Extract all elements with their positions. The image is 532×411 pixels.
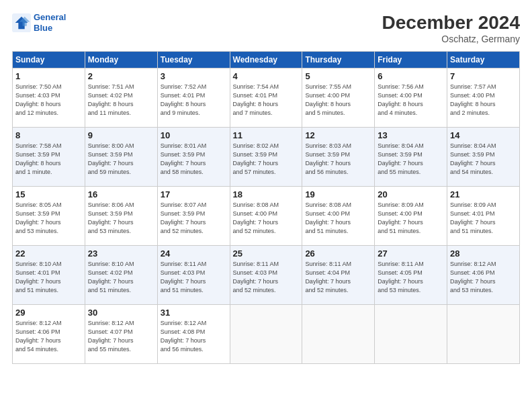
weekday-header-row: SundayMondayTuesdayWednesdayThursdayFrid… bbox=[13, 52, 520, 68]
day-number: 7 bbox=[450, 71, 517, 81]
day-cell bbox=[230, 305, 302, 364]
day-info: Sunrise: 8:11 AM Sunset: 4:03 PM Dayligh… bbox=[161, 260, 227, 295]
day-info: Sunrise: 8:12 AM Sunset: 4:08 PM Dayligh… bbox=[161, 319, 227, 354]
day-cell: 23Sunrise: 8:10 AM Sunset: 4:02 PM Dayli… bbox=[85, 246, 157, 305]
weekday-saturday: Saturday bbox=[447, 52, 520, 68]
day-number: 23 bbox=[88, 248, 154, 259]
day-info: Sunrise: 8:06 AM Sunset: 3:59 PM Dayligh… bbox=[88, 201, 154, 236]
day-cell: 26Sunrise: 8:11 AM Sunset: 4:04 PM Dayli… bbox=[302, 246, 375, 305]
day-number: 21 bbox=[450, 189, 517, 199]
day-number: 1 bbox=[15, 71, 82, 81]
day-cell bbox=[447, 305, 520, 364]
day-cell: 22Sunrise: 8:10 AM Sunset: 4:01 PM Dayli… bbox=[13, 246, 85, 305]
day-cell: 21Sunrise: 8:09 AM Sunset: 4:01 PM Dayli… bbox=[447, 187, 520, 246]
day-number: 8 bbox=[15, 130, 82, 140]
day-info: Sunrise: 7:58 AM Sunset: 3:59 PM Dayligh… bbox=[15, 142, 82, 177]
day-cell: 18Sunrise: 8:08 AM Sunset: 4:00 PM Dayli… bbox=[230, 187, 302, 246]
day-cell: 25Sunrise: 8:11 AM Sunset: 4:03 PM Dayli… bbox=[230, 246, 302, 305]
day-number: 17 bbox=[161, 189, 227, 199]
day-number: 4 bbox=[233, 71, 300, 81]
day-info: Sunrise: 8:02 AM Sunset: 3:59 PM Dayligh… bbox=[233, 142, 300, 177]
day-number: 30 bbox=[88, 308, 154, 318]
weekday-wednesday: Wednesday bbox=[230, 52, 302, 68]
calendar-table: SundayMondayTuesdayWednesdayThursdayFrid… bbox=[12, 51, 520, 364]
day-info: Sunrise: 8:12 AM Sunset: 4:06 PM Dayligh… bbox=[450, 260, 517, 295]
day-cell: 17Sunrise: 8:07 AM Sunset: 3:59 PM Dayli… bbox=[157, 187, 230, 246]
day-number: 5 bbox=[305, 71, 371, 81]
weekday-friday: Friday bbox=[375, 52, 447, 68]
day-info: Sunrise: 8:00 AM Sunset: 3:59 PM Dayligh… bbox=[88, 142, 154, 177]
day-number: 13 bbox=[378, 130, 444, 140]
day-cell: 7Sunrise: 7:57 AM Sunset: 4:00 PM Daylig… bbox=[447, 68, 520, 128]
day-number: 19 bbox=[305, 189, 371, 199]
day-cell: 20Sunrise: 8:09 AM Sunset: 4:00 PM Dayli… bbox=[375, 187, 447, 246]
day-info: Sunrise: 8:09 AM Sunset: 4:01 PM Dayligh… bbox=[450, 201, 517, 236]
day-info: Sunrise: 8:12 AM Sunset: 4:06 PM Dayligh… bbox=[15, 319, 82, 354]
day-number: 25 bbox=[233, 248, 300, 259]
day-number: 24 bbox=[161, 248, 227, 259]
day-number: 18 bbox=[233, 189, 300, 199]
day-number: 2 bbox=[88, 71, 154, 81]
page: General Blue December 2024 Oschatz, Germ… bbox=[0, 0, 532, 411]
day-info: Sunrise: 8:05 AM Sunset: 3:59 PM Dayligh… bbox=[15, 201, 82, 236]
day-info: Sunrise: 8:12 AM Sunset: 4:07 PM Dayligh… bbox=[88, 319, 154, 354]
day-cell: 11Sunrise: 8:02 AM Sunset: 3:59 PM Dayli… bbox=[230, 128, 302, 187]
week-row-2: 8Sunrise: 7:58 AM Sunset: 3:59 PM Daylig… bbox=[13, 128, 520, 187]
day-number: 27 bbox=[378, 248, 444, 259]
logo-text: General Blue bbox=[34, 12, 66, 33]
day-cell: 10Sunrise: 8:01 AM Sunset: 3:59 PM Dayli… bbox=[157, 128, 230, 187]
day-cell: 5Sunrise: 7:55 AM Sunset: 4:00 PM Daylig… bbox=[302, 68, 375, 128]
day-number: 15 bbox=[15, 189, 82, 199]
weekday-sunday: Sunday bbox=[13, 52, 85, 68]
day-info: Sunrise: 7:52 AM Sunset: 4:01 PM Dayligh… bbox=[161, 83, 227, 118]
title-block: December 2024 Oschatz, Germany bbox=[382, 12, 520, 44]
day-cell: 29Sunrise: 8:12 AM Sunset: 4:06 PM Dayli… bbox=[13, 305, 85, 364]
day-cell: 6Sunrise: 7:56 AM Sunset: 4:00 PM Daylig… bbox=[375, 68, 447, 128]
day-cell: 27Sunrise: 8:11 AM Sunset: 4:05 PM Dayli… bbox=[375, 246, 447, 305]
day-cell: 8Sunrise: 7:58 AM Sunset: 3:59 PM Daylig… bbox=[13, 128, 85, 187]
day-info: Sunrise: 8:08 AM Sunset: 4:00 PM Dayligh… bbox=[233, 201, 300, 236]
week-row-1: 1Sunrise: 7:50 AM Sunset: 4:03 PM Daylig… bbox=[13, 68, 520, 128]
day-info: Sunrise: 8:09 AM Sunset: 4:00 PM Dayligh… bbox=[378, 201, 444, 236]
weekday-monday: Monday bbox=[85, 52, 157, 68]
day-info: Sunrise: 8:08 AM Sunset: 4:00 PM Dayligh… bbox=[305, 201, 371, 236]
location: Oschatz, Germany bbox=[382, 34, 520, 44]
day-number: 10 bbox=[161, 130, 227, 140]
day-number: 9 bbox=[88, 130, 154, 140]
day-number: 12 bbox=[305, 130, 371, 140]
weekday-tuesday: Tuesday bbox=[157, 52, 230, 68]
day-info: Sunrise: 8:11 AM Sunset: 4:03 PM Dayligh… bbox=[233, 260, 300, 295]
day-cell: 2Sunrise: 7:51 AM Sunset: 4:02 PM Daylig… bbox=[85, 68, 157, 128]
day-number: 16 bbox=[88, 189, 154, 199]
logo-line1: General bbox=[34, 12, 66, 22]
day-info: Sunrise: 8:03 AM Sunset: 3:59 PM Dayligh… bbox=[305, 142, 371, 177]
week-row-3: 15Sunrise: 8:05 AM Sunset: 3:59 PM Dayli… bbox=[13, 187, 520, 246]
day-cell: 19Sunrise: 8:08 AM Sunset: 4:00 PM Dayli… bbox=[302, 187, 375, 246]
day-number: 3 bbox=[161, 71, 227, 81]
day-cell: 3Sunrise: 7:52 AM Sunset: 4:01 PM Daylig… bbox=[157, 68, 230, 128]
logo: General Blue bbox=[12, 12, 66, 33]
day-info: Sunrise: 8:04 AM Sunset: 3:59 PM Dayligh… bbox=[378, 142, 444, 177]
day-cell: 14Sunrise: 8:04 AM Sunset: 3:59 PM Dayli… bbox=[447, 128, 520, 187]
day-number: 11 bbox=[233, 130, 300, 140]
day-info: Sunrise: 8:11 AM Sunset: 4:04 PM Dayligh… bbox=[305, 260, 371, 295]
month-title: December 2024 bbox=[382, 12, 520, 34]
day-cell: 31Sunrise: 8:12 AM Sunset: 4:08 PM Dayli… bbox=[157, 305, 230, 364]
day-number: 31 bbox=[161, 308, 227, 318]
day-number: 26 bbox=[305, 248, 371, 259]
day-info: Sunrise: 8:04 AM Sunset: 3:59 PM Dayligh… bbox=[450, 142, 517, 177]
week-row-5: 29Sunrise: 8:12 AM Sunset: 4:06 PM Dayli… bbox=[13, 305, 520, 364]
day-info: Sunrise: 8:11 AM Sunset: 4:05 PM Dayligh… bbox=[378, 260, 444, 295]
day-number: 6 bbox=[378, 71, 444, 81]
day-info: Sunrise: 8:10 AM Sunset: 4:02 PM Dayligh… bbox=[88, 260, 154, 295]
day-number: 14 bbox=[450, 130, 517, 140]
day-number: 29 bbox=[15, 308, 82, 318]
day-cell bbox=[375, 305, 447, 364]
day-cell: 16Sunrise: 8:06 AM Sunset: 3:59 PM Dayli… bbox=[85, 187, 157, 246]
day-cell: 9Sunrise: 8:00 AM Sunset: 3:59 PM Daylig… bbox=[85, 128, 157, 187]
day-info: Sunrise: 8:10 AM Sunset: 4:01 PM Dayligh… bbox=[15, 260, 82, 295]
day-info: Sunrise: 8:01 AM Sunset: 3:59 PM Dayligh… bbox=[161, 142, 227, 177]
day-cell: 30Sunrise: 8:12 AM Sunset: 4:07 PM Dayli… bbox=[85, 305, 157, 364]
day-cell: 13Sunrise: 8:04 AM Sunset: 3:59 PM Dayli… bbox=[375, 128, 447, 187]
day-info: Sunrise: 7:57 AM Sunset: 4:00 PM Dayligh… bbox=[450, 83, 517, 118]
